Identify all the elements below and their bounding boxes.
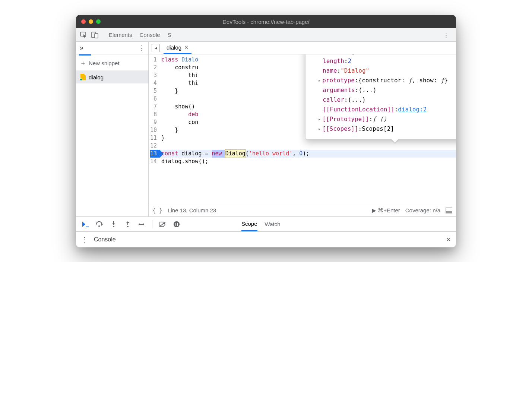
file-tab-name: dialog <box>167 44 181 51</box>
snippet-file-icon <box>80 74 86 80</box>
code-editor[interactable]: 1234567891011121314 class Dialo constru … <box>149 54 456 204</box>
cursor-position: Line 13, Column 23 <box>168 207 216 213</box>
navigator-back-icon[interactable]: ◂ <box>152 44 160 52</box>
svg-point-4 <box>98 225 100 227</box>
console-label: Console <box>94 236 116 243</box>
window-title: DevTools - chrome://new-tab-page/ <box>76 19 456 25</box>
step-over-icon[interactable] <box>95 220 104 228</box>
new-snippet-button[interactable]: ＋ New snippet <box>76 56 148 71</box>
close-tab-icon[interactable]: × <box>184 44 189 51</box>
coverage-label: Coverage: n/a <box>405 207 440 213</box>
console-drawer: ⋮ Console × <box>76 232 456 247</box>
maximize-window-button[interactable] <box>96 19 101 24</box>
svg-point-7 <box>139 224 140 225</box>
editor-pane: ◂ dialog × 1234567891011121314 class Dia… <box>149 42 456 216</box>
file-tab-dialog[interactable]: dialog × <box>164 42 191 54</box>
line-numbers: 1234567891011121314 <box>149 54 160 204</box>
editor-statusbar: { } Line 13, Column 23 ▶ ⌘+Enter Coverag… <box>149 204 456 216</box>
svg-rect-11 <box>177 223 178 226</box>
plus-icon: ＋ <box>80 58 86 67</box>
svg-rect-3 <box>86 227 89 227</box>
minimize-window-button[interactable] <box>89 19 93 24</box>
svg-line-8 <box>159 222 165 227</box>
tab-scope[interactable]: Scope <box>241 217 257 231</box>
sidebar-menu-icon[interactable]: ⋮ <box>138 44 145 52</box>
titlebar: DevTools - chrome://new-tab-page/ <box>76 15 456 28</box>
file-tabs: ◂ dialog × <box>149 42 456 54</box>
device-toolbar-icon[interactable] <box>91 31 99 39</box>
tab-elements[interactable]: Elements <box>109 28 132 41</box>
kebab-menu-icon[interactable]: ⋮ <box>442 31 450 39</box>
debug-sidebar-tabs: Scope Watch <box>236 217 286 231</box>
tab-watch[interactable]: Watch <box>265 221 281 227</box>
deactivate-breakpoints-icon[interactable] <box>158 220 167 228</box>
new-snippet-label: New snippet <box>89 60 120 66</box>
tab-console[interactable]: Console <box>140 28 160 41</box>
svg-rect-2 <box>95 34 98 38</box>
debug-controls <box>76 217 236 231</box>
main-toolbar: Elements Console S ⋮ <box>76 28 456 42</box>
svg-point-6 <box>127 226 129 227</box>
snippet-item-dialog[interactable]: dialog <box>76 71 148 83</box>
tab-sources-partial[interactable]: S <box>168 28 171 41</box>
snippets-sidebar: » ⋮ ＋ New snippet dialog <box>76 42 149 216</box>
debugger-toolbar: Scope Watch <box>76 217 456 232</box>
devtools-window: DevTools - chrome://new-tab-page/ Elemen… <box>76 15 456 247</box>
step-into-icon[interactable] <box>110 220 118 228</box>
svg-point-9 <box>174 221 180 227</box>
traffic-lights <box>81 19 101 24</box>
snippet-name: dialog <box>89 74 104 80</box>
sidebar-header: » ⋮ <box>76 42 148 54</box>
close-drawer-icon[interactable]: × <box>446 235 451 244</box>
object-preview-popover: class Dialog length: 2name: "Dialog"▸pro… <box>305 54 456 139</box>
svg-point-5 <box>113 226 114 227</box>
inspect-element-icon[interactable] <box>80 31 88 39</box>
expand-sidebar-icon[interactable]: » <box>80 44 83 52</box>
step-out-icon[interactable] <box>124 220 132 228</box>
dock-icon[interactable] <box>446 208 452 213</box>
panel-tabs: Elements Console S <box>109 28 171 41</box>
close-window-button[interactable] <box>81 19 86 24</box>
run-snippet-button[interactable]: ▶ ⌘+Enter <box>372 207 400 214</box>
console-menu-icon[interactable]: ⋮ <box>81 235 88 244</box>
pause-on-exceptions-icon[interactable] <box>172 220 181 228</box>
step-icon[interactable] <box>138 220 146 228</box>
main-content: » ⋮ ＋ New snippet dialog ◂ dialog × <box>76 42 456 217</box>
resume-icon[interactable] <box>81 220 89 228</box>
pretty-print-icon[interactable]: { } <box>152 207 162 214</box>
svg-rect-10 <box>175 223 176 226</box>
